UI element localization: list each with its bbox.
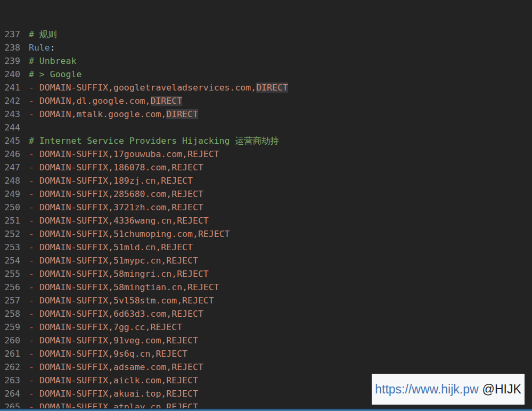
token: # Unbreak [29, 56, 76, 66]
token: # 规则 [29, 29, 57, 39]
token: DOMAIN-SUFFIX,58mingtian.cn,REJECT [39, 282, 219, 292]
code-line-content: Rule: [20, 41, 55, 54]
watermark-badge: https://www.hijk.pw @HIJK [372, 374, 525, 405]
token: # Internet Service Providers Hijacking 运… [29, 136, 279, 146]
code-line-content: - DOMAIN,dl.google.com,DIRECT [20, 94, 182, 108]
token: DOMAIN-SUFFIX,googletraveladservices.com… [39, 83, 256, 93]
code-line-content: - DOMAIN-SUFFIX,17gouwuba.com,REJECT [20, 147, 219, 161]
line-number: 245 [0, 134, 20, 147]
line-number: 241 [0, 81, 20, 94]
token: DOMAIN-SUFFIX,9s6q.cn,REJECT [39, 349, 187, 359]
token: DOMAIN-SUFFIX,186078.com,REJECT [39, 162, 203, 172]
token: DIRECT [166, 109, 198, 119]
bottom-edge-bar [0, 408, 532, 411]
code-line: 257- DOMAIN-SUFFIX,5vl58stm.com,REJECT [0, 294, 532, 307]
code-lines-container: 237# 规则238Rule:239# Unbreak240# > Google… [0, 28, 532, 411]
line-number: 255 [0, 267, 20, 281]
line-number: 249 [0, 187, 20, 201]
code-line-content: - DOMAIN-SUFFIX,5vl58stm.com,REJECT [20, 294, 214, 307]
token: DOMAIN-SUFFIX,51mypc.cn,REJECT [39, 256, 198, 266]
code-line: 247- DOMAIN-SUFFIX,186078.com,REJECT [0, 161, 532, 174]
code-line-content: - DOMAIN-SUFFIX,189zj.cn,REJECT [20, 174, 193, 187]
line-number: 261 [0, 347, 20, 360]
token: DOMAIN,dl.google.com, [39, 96, 151, 106]
code-editor[interactable]: 237# 规则238Rule:239# Unbreak240# > Google… [0, 0, 532, 411]
token: - [29, 362, 39, 372]
code-line: 243- DOMAIN,mtalk.google.com,DIRECT [0, 108, 532, 121]
line-number: 264 [0, 387, 20, 400]
code-line-content: - DOMAIN-SUFFIX,9s6q.cn,REJECT [20, 347, 187, 360]
code-line-content: # > Google [20, 68, 81, 81]
line-number: 243 [0, 108, 20, 121]
line-number: 259 [0, 320, 20, 334]
code-line-content: - DOMAIN-SUFFIX,285680.com,REJECT [20, 187, 203, 201]
token: Rule [29, 43, 50, 53]
line-number: 256 [0, 281, 20, 294]
code-line-content: - DOMAIN-SUFFIX,51mld.cn,REJECT [20, 241, 193, 254]
code-line-content: - DOMAIN-SUFFIX,googletraveladservices.c… [20, 81, 288, 94]
code-line-content: # 规则 [20, 28, 57, 41]
code-line-content: - DOMAIN-SUFFIX,4336wang.cn,REJECT [20, 214, 209, 227]
code-line: 254- DOMAIN-SUFFIX,51mypc.cn,REJECT [0, 254, 532, 267]
code-line: 255- DOMAIN-SUFFIX,58mingri.cn,REJECT [0, 267, 532, 281]
line-number: 262 [0, 360, 20, 374]
token: - [29, 309, 39, 319]
code-line-content: - DOMAIN-SUFFIX,6d63d3.com,REJECT [20, 307, 203, 320]
code-line: 246- DOMAIN-SUFFIX,17gouwuba.com,REJECT [0, 147, 532, 161]
token: DOMAIN-SUFFIX,5vl58stm.com,REJECT [39, 295, 214, 306]
watermark-link[interactable]: https://www.hijk.pw [375, 383, 478, 396]
code-line-content: # Internet Service Providers Hijacking 运… [20, 134, 279, 147]
token: - [29, 335, 39, 346]
code-line: 244 [0, 121, 532, 134]
line-number: 260 [0, 334, 20, 347]
token: DOMAIN-SUFFIX,3721zh.com,REJECT [39, 202, 203, 212]
token: DOMAIN-SUFFIX,6d63d3.com,REJECT [39, 309, 203, 319]
line-number: 254 [0, 254, 20, 267]
token: DOMAIN-SUFFIX,aiclk.com,REJECT [39, 375, 198, 385]
line-number: 247 [0, 161, 20, 174]
code-line-content: - DOMAIN-SUFFIX,91veg.com,REJECT [20, 334, 198, 347]
code-line-content: - DOMAIN-SUFFIX,akuai.top,REJECT [20, 387, 198, 400]
token: - [29, 269, 39, 279]
code-line: 238Rule: [0, 41, 532, 54]
token: DOMAIN-SUFFIX,58mingri.cn,REJECT [39, 269, 209, 279]
line-number: 263 [0, 374, 20, 387]
code-line: 256- DOMAIN-SUFFIX,58mingtian.cn,REJECT [0, 281, 532, 294]
code-line-content: - DOMAIN-SUFFIX,adsame.com,REJECT [20, 360, 203, 374]
code-line-content: - DOMAIN-SUFFIX,3721zh.com,REJECT [20, 201, 203, 214]
code-line-content: - DOMAIN-SUFFIX,58mingtian.cn,REJECT [20, 281, 219, 294]
token: - [29, 96, 39, 106]
code-line: 237# 规则 [0, 28, 532, 41]
code-line-content: - DOMAIN-SUFFIX,7gg.cc,REJECT [20, 320, 182, 334]
code-line-content [20, 121, 29, 134]
token: - [29, 202, 39, 212]
token: - [29, 256, 39, 266]
code-line: 258- DOMAIN-SUFFIX,6d63d3.com,REJECT [0, 307, 532, 320]
token: - [29, 322, 39, 332]
line-number: 252 [0, 227, 20, 241]
watermark-handle: @HIJK [482, 383, 521, 396]
token: DIRECT [151, 96, 183, 106]
token: - [29, 216, 39, 226]
code-line: 240# > Google [0, 68, 532, 81]
code-line: 260- DOMAIN-SUFFIX,91veg.com,REJECT [0, 334, 532, 347]
token: - [29, 349, 39, 359]
token: DOMAIN-SUFFIX,51mld.cn,REJECT [39, 242, 193, 252]
code-line-content: - DOMAIN-SUFFIX,aiclk.com,REJECT [20, 374, 198, 387]
line-number: 239 [0, 54, 20, 68]
token: DOMAIN-SUFFIX,51chumoping.com,REJECT [39, 229, 230, 239]
token: - [29, 375, 39, 385]
token: - [29, 389, 39, 399]
line-number: 240 [0, 68, 20, 81]
line-number: 253 [0, 241, 20, 254]
token: - [29, 282, 39, 292]
code-line: 252- DOMAIN-SUFFIX,51chumoping.com,REJEC… [0, 227, 532, 241]
token: DOMAIN-SUFFIX,akuai.top,REJECT [39, 389, 198, 399]
code-line: 251- DOMAIN-SUFFIX,4336wang.cn,REJECT [0, 214, 532, 227]
token: DOMAIN-SUFFIX,285680.com,REJECT [39, 189, 203, 199]
token: DOMAIN-SUFFIX,7gg.cc,REJECT [39, 322, 182, 332]
code-line-content: - DOMAIN-SUFFIX,186078.com,REJECT [20, 161, 203, 174]
code-line: 249- DOMAIN-SUFFIX,285680.com,REJECT [0, 187, 532, 201]
token: : [50, 43, 55, 53]
code-line: 248- DOMAIN-SUFFIX,189zj.cn,REJECT [0, 174, 532, 187]
